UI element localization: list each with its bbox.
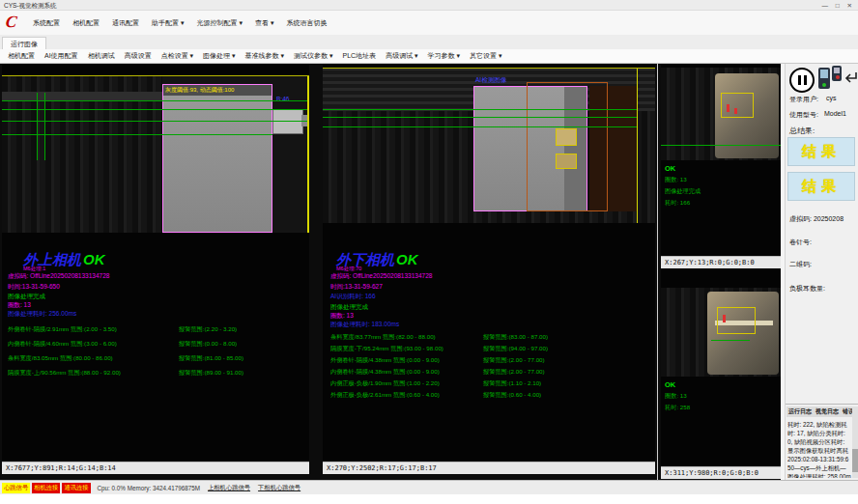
monitor-device-icon[interactable]	[832, 66, 842, 81]
upper-camera-heartbeat-link[interactable]: 上相机心跳信号	[208, 484, 250, 492]
minimize-button[interactable]: —	[821, 2, 831, 9]
mini-result-line: 图像处理完成	[665, 187, 701, 196]
toolbar-item[interactable]: 学习参数 ▾	[428, 51, 460, 61]
menu-bar: C 系统配置相机配置通讯配置助手配置 ▾光源控制配置 ▾查看 ▾系统语言切换	[0, 11, 858, 36]
virtual-code-label: 虚拟码: 20250208	[789, 214, 844, 224]
sidebar: 登录用户: cys 使用型号: Model1 总结果: 结果 结果 虚拟码: 2…	[785, 64, 858, 480]
app-logo-icon: C	[5, 13, 27, 32]
return-arrow-icon[interactable]	[842, 70, 858, 91]
menu-item[interactable]: 系统配置	[33, 18, 60, 28]
menu-item[interactable]: 光源控制配置 ▾	[196, 18, 242, 28]
sub-camera-image-bottom[interactable]	[661, 288, 781, 377]
sub-camera-panel-top: OK圈数: 13图像处理完成耗时: 166	[661, 64, 781, 256]
camera-image-lower[interactable]: AI检测图像	[323, 68, 655, 223]
sub-camera-image-top[interactable]	[661, 68, 781, 160]
turns-line: 圈数: 13	[330, 312, 354, 321]
pause-button[interactable]	[789, 68, 815, 93]
needle-number-label: 卷针号:	[789, 238, 812, 247]
log-text: 耗时: 222, 缺陷检测耗时: 17, 缺陷分类耗时: 0, 缺陷视频分区耗时…	[787, 420, 851, 478]
barcode-line: 虚拟码: OffLine20250208133134728	[330, 272, 432, 281]
measurement-row: 条料宽度/83.77mm 范围:(82.00 - 88.00)报警范围:(83.…	[330, 333, 655, 345]
mini-result-line: OK	[665, 164, 701, 173]
status-bar: 心跳信号 相机连接 通讯连接 Cpu: 0.0% Memory: 3424.41…	[0, 480, 858, 494]
measurement-row: 外侧正极-负极/2.61mm 范围:(0.60 - 4.00)报警范围:(0.6…	[330, 391, 655, 403]
done-line: 图像处理完成	[8, 293, 45, 301]
turns-line: 圈数: 13	[8, 301, 31, 310]
lower-camera-heartbeat-link[interactable]: 下相机心跳信号	[258, 484, 300, 492]
result-box-lower: 结果	[787, 172, 855, 201]
camera-image-upper[interactable]: 灰度阈值:93, 动态阈值:100 B:46	[2, 75, 309, 233]
window-titlebar: CYS-视觉检测系统 — □ ✕	[0, 0, 858, 11]
heartbeat-badge: 心跳信号	[2, 483, 30, 493]
measurement-row: 内侧正极-负极/1.90mm 范围:(1.00 - 2.20)报警范围:(1.1…	[330, 379, 655, 391]
toolbar-item[interactable]: 相机配置	[8, 51, 35, 61]
measurement-row: 外侧卷针-隔膜/2.91mm 范围:(2.00 - 3.50)报警范围:(2.2…	[8, 325, 309, 340]
measurement-row: 内侧卷针-隔膜/4.38mm 范围:(0.00 - 9.00)报警范围:(2.0…	[330, 368, 655, 379]
mini-result-line: 圈数: 13	[665, 392, 690, 401]
toolbar-item[interactable]: 图像处理 ▾	[203, 51, 235, 61]
app-window: CYS-视觉检测系统 — □ ✕ C 系统配置相机配置通讯配置助手配置 ▾光源控…	[0, 0, 858, 504]
camera-connect-badge: 相机连接	[32, 483, 60, 493]
log-tab[interactable]: 视觉日志	[815, 407, 839, 416]
tab-strip: 运行图像	[0, 35, 858, 50]
cpu-memory-text: Cpu: 0.0% Memory: 3424.41796875M	[98, 485, 200, 491]
panel-separator	[657, 64, 658, 480]
menu-item[interactable]: 通讯配置	[112, 18, 139, 28]
model-label: 使用型号:	[789, 110, 818, 120]
camera-panel-upper: 灰度阈值:93, 动态阈值:100 B:46 外上相机OK M6处理:1 虚拟码…	[2, 64, 309, 462]
time-line: 时间:13-31-59-650	[8, 283, 60, 292]
nozzle-part	[272, 109, 303, 134]
toolbar-item[interactable]: 基准线参数 ▾	[245, 51, 284, 61]
ai-elapsed-line: AI识别耗时: 166	[330, 293, 376, 301]
user-value: cys	[826, 95, 837, 101]
sub-label: M6处理:1	[23, 266, 45, 272]
mini-result-line: OK	[665, 380, 690, 389]
menu-item[interactable]: 系统语言切换	[286, 18, 327, 28]
elapsed-line: 图像处理耗时: 256.00ms	[8, 310, 76, 319]
coordinate-status-middle: X:270;Y:2502;R:17;G:17;B:17	[323, 462, 655, 474]
camera-device-icon[interactable]	[818, 68, 830, 89]
coordinate-status-right-bottom: X:311;Y:980;R:0;G:0;B:0	[661, 466, 781, 479]
negative-tab-count-label: 负极耳数量:	[789, 284, 825, 294]
time-line: 时间:13-31-59-627	[330, 283, 383, 292]
log-scrollbar[interactable]	[852, 406, 858, 478]
ok-status: OK	[396, 251, 418, 267]
mini-result-line: 耗时: 166	[665, 199, 701, 208]
ok-status: OK	[83, 251, 105, 267]
threshold-overlay-label: 灰度阈值:93, 动态阈值:100	[163, 85, 272, 96]
done-line: 图像处理完成	[330, 303, 368, 312]
toolbar-item[interactable]: 高级调试 ▾	[386, 51, 417, 61]
mini-result-line: 圈数: 13	[665, 176, 701, 184]
qrcode-label: 二维码:	[789, 260, 812, 269]
log-scrollbar-thumb[interactable]	[852, 449, 858, 472]
coordinate-status-left: X:7677;Y:891;R:14;G:14;B:14	[2, 462, 309, 474]
ai-image-label: AI检测图像	[475, 76, 506, 85]
model-value: Model1	[824, 110, 846, 117]
menu-item[interactable]: 查看 ▾	[255, 18, 273, 28]
tab-run-image[interactable]: 运行图像	[2, 37, 46, 50]
menu-item[interactable]: 助手配置 ▾	[152, 18, 184, 28]
ai-roi-box	[527, 82, 608, 211]
coordinate-status-right-top: X:267;Y:13;R:0;G:0;B:0	[661, 256, 781, 268]
measurement-row: 隔膜宽度-上/90.56mm 范围:(88.00 - 92.00)报警范围:(8…	[8, 369, 309, 383]
divider	[786, 404, 858, 405]
maximize-button[interactable]: □	[836, 2, 843, 9]
sub-label: M6处理:70	[336, 266, 361, 272]
toolbar-item[interactable]: 高级设置	[125, 51, 152, 61]
close-button[interactable]: ✕	[847, 2, 855, 9]
menu-item[interactable]: 相机配置	[72, 18, 100, 28]
log-tab[interactable]: 运行日志	[788, 407, 812, 416]
sub-camera-panel-bottom: OK圈数: 13耗时: 258	[661, 268, 781, 466]
measurement-row: 外侧卷针-隔膜/4.38mm 范围:(0.00 - 9.00)报警范围:(2.0…	[330, 356, 655, 368]
toolbar-item[interactable]: 相机调试	[88, 51, 115, 61]
user-label: 登录用户:	[789, 95, 818, 104]
toolbar-item[interactable]: AI使用配置	[44, 51, 78, 61]
toolbar-item[interactable]: 测试仪参数 ▾	[294, 51, 332, 61]
measurement-row: 隔膜宽度-下/95.24mm 范围:(93.00 - 98.00)报警范围:(9…	[330, 345, 655, 356]
measurement-row: 条料宽度/83.05mm 范围:(80.00 - 86.00)报警范围:(81.…	[8, 354, 309, 369]
toolbar-item[interactable]: 点检设置 ▾	[161, 51, 193, 61]
toolbar-item[interactable]: 其它设置 ▾	[470, 51, 501, 61]
elapsed-line: 图像处理耗时: 183.00ms	[330, 321, 399, 329]
mini-result-line: 耗时: 258	[665, 404, 690, 412]
toolbar-item[interactable]: PLC地址表	[343, 51, 377, 61]
